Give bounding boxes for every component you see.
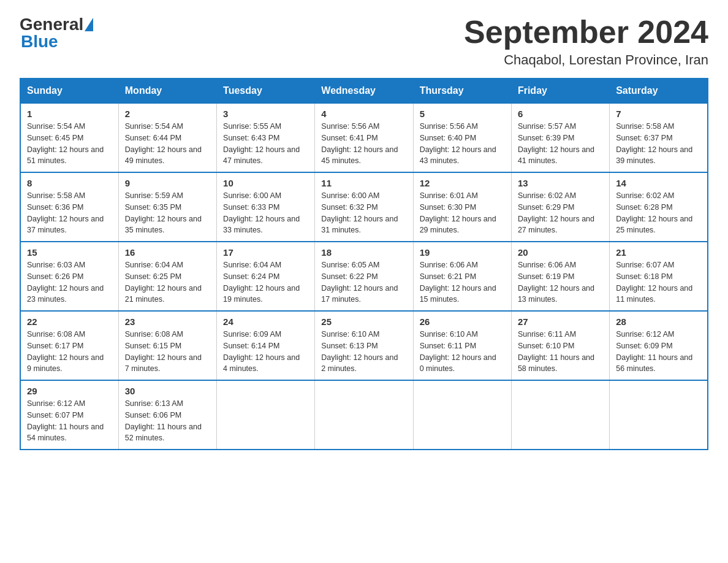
calendar-cell: 7Sunrise: 5:58 AMSunset: 6:37 PMDaylight… bbox=[610, 103, 708, 172]
day-number: 29 bbox=[27, 386, 112, 396]
calendar-cell: 22Sunrise: 6:08 AMSunset: 6:17 PMDayligh… bbox=[20, 311, 118, 380]
calendar-cell: 30Sunrise: 6:13 AMSunset: 6:06 PMDayligh… bbox=[118, 380, 216, 450]
calendar-table: SundayMondayTuesdayWednesdayThursdayFrid… bbox=[20, 78, 708, 450]
day-number: 4 bbox=[321, 109, 406, 119]
day-info: Sunrise: 5:58 AMSunset: 6:36 PMDaylight:… bbox=[27, 190, 112, 236]
day-info: Sunrise: 6:02 AMSunset: 6:29 PMDaylight:… bbox=[518, 190, 603, 236]
day-number: 23 bbox=[125, 316, 210, 327]
calendar-cell: 12Sunrise: 6:01 AMSunset: 6:30 PMDayligh… bbox=[413, 172, 511, 242]
day-info: Sunrise: 6:04 AMSunset: 6:25 PMDaylight:… bbox=[125, 259, 210, 305]
day-info: Sunrise: 6:09 AMSunset: 6:14 PMDaylight:… bbox=[223, 329, 308, 375]
day-number: 3 bbox=[223, 109, 308, 119]
page-header: General Blue September 2024 Chaqabol, Lo… bbox=[20, 15, 708, 68]
day-info: Sunrise: 6:08 AMSunset: 6:15 PMDaylight:… bbox=[125, 329, 210, 375]
day-number: 7 bbox=[616, 109, 701, 119]
calendar-cell: 15Sunrise: 6:03 AMSunset: 6:26 PMDayligh… bbox=[20, 242, 118, 311]
calendar-cell: 11Sunrise: 6:00 AMSunset: 6:32 PMDayligh… bbox=[315, 172, 413, 242]
day-number: 17 bbox=[223, 247, 308, 258]
day-info: Sunrise: 6:00 AMSunset: 6:32 PMDaylight:… bbox=[321, 190, 406, 236]
day-info: Sunrise: 6:03 AMSunset: 6:26 PMDaylight:… bbox=[27, 259, 112, 305]
day-number: 19 bbox=[420, 247, 505, 258]
day-info: Sunrise: 6:06 AMSunset: 6:21 PMDaylight:… bbox=[420, 259, 505, 305]
logo: General Blue bbox=[20, 15, 93, 52]
day-number: 13 bbox=[518, 178, 603, 188]
calendar-cell: 9Sunrise: 5:59 AMSunset: 6:35 PMDaylight… bbox=[118, 172, 216, 242]
calendar-cell: 2Sunrise: 5:54 AMSunset: 6:44 PMDaylight… bbox=[118, 103, 216, 172]
week-row-5: 29Sunrise: 6:12 AMSunset: 6:07 PMDayligh… bbox=[20, 380, 708, 450]
day-number: 28 bbox=[616, 316, 701, 327]
day-number: 14 bbox=[616, 178, 701, 188]
day-info: Sunrise: 6:11 AMSunset: 6:10 PMDaylight:… bbox=[518, 329, 603, 375]
calendar-cell: 19Sunrise: 6:06 AMSunset: 6:21 PMDayligh… bbox=[413, 242, 511, 311]
day-info: Sunrise: 6:01 AMSunset: 6:30 PMDaylight:… bbox=[420, 190, 505, 236]
day-number: 10 bbox=[223, 178, 308, 188]
day-info: Sunrise: 6:12 AMSunset: 6:09 PMDaylight:… bbox=[616, 329, 701, 375]
calendar-cell: 1Sunrise: 5:54 AMSunset: 6:45 PMDaylight… bbox=[20, 103, 118, 172]
day-info: Sunrise: 5:55 AMSunset: 6:43 PMDaylight:… bbox=[223, 121, 308, 167]
day-info: Sunrise: 5:57 AMSunset: 6:39 PMDaylight:… bbox=[518, 121, 603, 167]
calendar-cell: 5Sunrise: 5:56 AMSunset: 6:40 PMDaylight… bbox=[413, 103, 511, 172]
day-info: Sunrise: 5:54 AMSunset: 6:44 PMDaylight:… bbox=[125, 121, 210, 167]
calendar-cell: 18Sunrise: 6:05 AMSunset: 6:22 PMDayligh… bbox=[315, 242, 413, 311]
day-number: 15 bbox=[27, 247, 112, 258]
calendar-cell bbox=[511, 380, 609, 450]
day-number: 30 bbox=[125, 386, 210, 396]
day-number: 18 bbox=[321, 247, 406, 258]
page-subtitle: Chaqabol, Lorestan Province, Iran bbox=[464, 52, 708, 68]
calendar-cell: 6Sunrise: 5:57 AMSunset: 6:39 PMDaylight… bbox=[511, 103, 609, 172]
day-info: Sunrise: 5:58 AMSunset: 6:37 PMDaylight:… bbox=[616, 121, 701, 167]
calendar-cell: 25Sunrise: 6:10 AMSunset: 6:13 PMDayligh… bbox=[315, 311, 413, 380]
day-number: 5 bbox=[420, 109, 505, 119]
day-number: 9 bbox=[125, 178, 210, 188]
header-wednesday: Wednesday bbox=[315, 79, 413, 103]
day-info: Sunrise: 5:54 AMSunset: 6:45 PMDaylight:… bbox=[27, 121, 112, 167]
day-number: 2 bbox=[125, 109, 210, 119]
day-number: 12 bbox=[420, 178, 505, 188]
calendar-cell: 29Sunrise: 6:12 AMSunset: 6:07 PMDayligh… bbox=[20, 380, 118, 450]
day-number: 26 bbox=[420, 316, 505, 327]
day-info: Sunrise: 6:06 AMSunset: 6:19 PMDaylight:… bbox=[518, 259, 603, 305]
calendar-header-row: SundayMondayTuesdayWednesdayThursdayFrid… bbox=[20, 79, 708, 103]
day-number: 24 bbox=[223, 316, 308, 327]
day-number: 22 bbox=[27, 316, 112, 327]
day-info: Sunrise: 6:04 AMSunset: 6:24 PMDaylight:… bbox=[223, 259, 308, 305]
day-number: 8 bbox=[27, 178, 112, 188]
calendar-cell: 28Sunrise: 6:12 AMSunset: 6:09 PMDayligh… bbox=[610, 311, 708, 380]
day-number: 11 bbox=[321, 178, 406, 188]
header-saturday: Saturday bbox=[610, 79, 708, 103]
day-info: Sunrise: 5:59 AMSunset: 6:35 PMDaylight:… bbox=[125, 190, 210, 236]
header-monday: Monday bbox=[118, 79, 216, 103]
day-info: Sunrise: 6:05 AMSunset: 6:22 PMDaylight:… bbox=[321, 259, 406, 305]
day-number: 16 bbox=[125, 247, 210, 258]
calendar-cell: 27Sunrise: 6:11 AMSunset: 6:10 PMDayligh… bbox=[511, 311, 609, 380]
day-number: 1 bbox=[27, 109, 112, 119]
logo-blue-label: Blue bbox=[20, 32, 58, 52]
calendar-cell: 3Sunrise: 5:55 AMSunset: 6:43 PMDaylight… bbox=[217, 103, 315, 172]
calendar-cell: 4Sunrise: 5:56 AMSunset: 6:41 PMDaylight… bbox=[315, 103, 413, 172]
day-info: Sunrise: 6:07 AMSunset: 6:18 PMDaylight:… bbox=[616, 259, 701, 305]
day-info: Sunrise: 5:56 AMSunset: 6:41 PMDaylight:… bbox=[321, 121, 406, 167]
calendar-cell: 10Sunrise: 6:00 AMSunset: 6:33 PMDayligh… bbox=[217, 172, 315, 242]
calendar-cell bbox=[413, 380, 511, 450]
day-info: Sunrise: 6:02 AMSunset: 6:28 PMDaylight:… bbox=[616, 190, 701, 236]
day-info: Sunrise: 6:13 AMSunset: 6:06 PMDaylight:… bbox=[125, 398, 210, 444]
day-number: 27 bbox=[518, 316, 603, 327]
day-info: Sunrise: 6:10 AMSunset: 6:13 PMDaylight:… bbox=[321, 329, 406, 375]
week-row-4: 22Sunrise: 6:08 AMSunset: 6:17 PMDayligh… bbox=[20, 311, 708, 380]
week-row-1: 1Sunrise: 5:54 AMSunset: 6:45 PMDaylight… bbox=[20, 103, 708, 172]
calendar-cell: 26Sunrise: 6:10 AMSunset: 6:11 PMDayligh… bbox=[413, 311, 511, 380]
day-number: 25 bbox=[321, 316, 406, 327]
week-row-2: 8Sunrise: 5:58 AMSunset: 6:36 PMDaylight… bbox=[20, 172, 708, 242]
calendar-cell: 20Sunrise: 6:06 AMSunset: 6:19 PMDayligh… bbox=[511, 242, 609, 311]
title-block: September 2024 Chaqabol, Lorestan Provin… bbox=[464, 15, 708, 68]
calendar-cell: 24Sunrise: 6:09 AMSunset: 6:14 PMDayligh… bbox=[217, 311, 315, 380]
logo-triangle-icon bbox=[85, 18, 93, 31]
header-sunday: Sunday bbox=[20, 79, 118, 103]
page-title: September 2024 bbox=[464, 15, 708, 50]
calendar-cell: 17Sunrise: 6:04 AMSunset: 6:24 PMDayligh… bbox=[217, 242, 315, 311]
week-row-3: 15Sunrise: 6:03 AMSunset: 6:26 PMDayligh… bbox=[20, 242, 708, 311]
header-friday: Friday bbox=[511, 79, 609, 103]
day-number: 20 bbox=[518, 247, 603, 258]
calendar-cell: 13Sunrise: 6:02 AMSunset: 6:29 PMDayligh… bbox=[511, 172, 609, 242]
header-thursday: Thursday bbox=[413, 79, 511, 103]
